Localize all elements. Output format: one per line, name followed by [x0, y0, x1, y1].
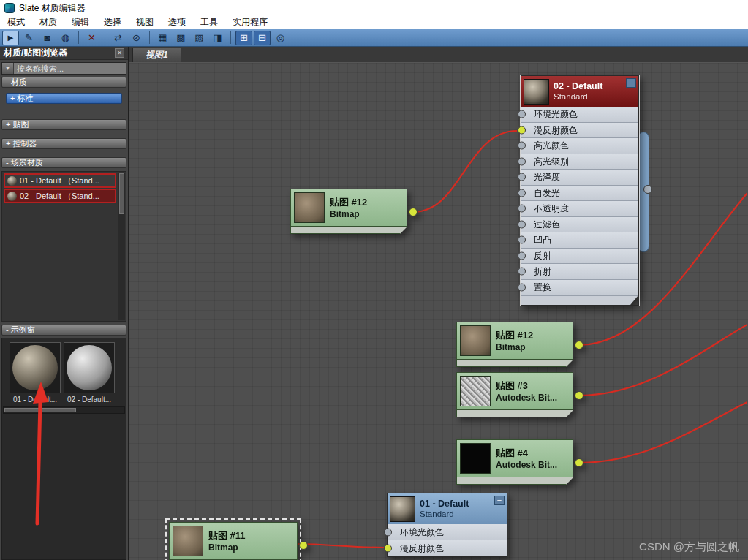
view-tab-1[interactable]: 视图1 — [132, 48, 181, 62]
param-row: 置换 — [521, 280, 638, 296]
put-material-to-scene-button[interactable]: ◙ — [39, 31, 56, 45]
output-socket[interactable] — [575, 341, 583, 349]
section-sample-window[interactable]: - 示例窗 — [1, 325, 126, 336]
input-socket[interactable] — [518, 157, 526, 165]
node-material-02[interactable]: 02 - Default Standard − 环境光颜色 漫反射颜色 高光颜色… — [521, 75, 639, 306]
menu-tools[interactable]: 工具 — [193, 16, 225, 29]
section-maps[interactable]: + 贴图 — [1, 119, 126, 130]
node-footer — [456, 410, 573, 417]
hide-unused-nodeslots-button[interactable]: ⊘ — [128, 31, 145, 45]
mat02-output-socket[interactable] — [643, 185, 652, 194]
input-socket[interactable] — [518, 110, 526, 118]
node-subtitle: Standard — [554, 92, 602, 102]
param-row: 高光颜色 — [521, 138, 638, 154]
input-socket[interactable] — [518, 236, 526, 244]
output-socket[interactable] — [409, 208, 418, 216]
bitmap-thumbnail — [460, 376, 491, 406]
input-socket[interactable] — [518, 173, 526, 181]
section-materials[interactable]: - 材质 — [1, 77, 126, 88]
input-socket[interactable] — [384, 528, 392, 536]
sample-window-scrollbar[interactable] — [3, 406, 125, 414]
window-title: Slate 材质编辑器 — [19, 2, 86, 15]
node-bitmap-12-lower[interactable]: 贴图 #12 Bitmap — [456, 322, 573, 367]
layout-all-vertical-button[interactable]: ⊞ — [235, 31, 252, 45]
node-body[interactable]: 贴图 #12 Bitmap — [456, 322, 573, 360]
sample-slot-01[interactable] — [10, 342, 61, 393]
node-body[interactable]: 贴图 #11 Bitmap — [169, 522, 298, 560]
show-end-result-button[interactable]: ◨ — [209, 31, 226, 45]
node-body[interactable]: 贴图 #12 Bitmap — [290, 189, 407, 227]
search-input[interactable] — [14, 63, 126, 74]
move-children-button[interactable]: ⇄ — [110, 31, 126, 45]
wire-map12a-to-mat02-diffuse[interactable] — [413, 131, 517, 212]
delete-selected-button[interactable]: ✕ — [83, 31, 100, 45]
menubar: 模式 材质 编辑 选择 视图 选项 工具 实用程序 — [0, 16, 748, 29]
wire-map11-to-mat01-diffuse[interactable] — [296, 544, 384, 548]
menu-utilities[interactable]: 实用程序 — [225, 16, 275, 29]
input-socket[interactable] — [518, 126, 526, 134]
scene-list-scrollbar[interactable] — [118, 173, 125, 320]
param-row: 自发光 — [521, 186, 638, 202]
input-socket[interactable] — [518, 268, 526, 276]
node-bitmap-3[interactable]: 贴图 #3 Autodesk Bit... — [456, 372, 573, 417]
input-socket[interactable] — [518, 189, 526, 197]
watermark: CSDN @方与圆之帆 — [639, 540, 739, 554]
node-footer — [456, 360, 573, 367]
menu-edit[interactable]: 编辑 — [64, 16, 97, 29]
layout-children-button[interactable]: ⊟ — [254, 31, 271, 45]
menu-options[interactable]: 选项 — [161, 16, 193, 29]
node-material-01[interactable]: 01 - Default Standard − 环境光颜色 漫反射颜色 — [387, 493, 507, 557]
input-socket[interactable] — [384, 544, 392, 552]
node-title: 贴图 #3 — [496, 379, 557, 393]
input-socket[interactable] — [518, 283, 526, 291]
output-socket[interactable] — [299, 541, 308, 550]
menu-material[interactable]: 材质 — [32, 16, 64, 29]
node-footer — [521, 295, 638, 305]
wire-map3-out[interactable] — [579, 325, 747, 396]
node-body[interactable]: 贴图 #4 Autodesk Bit... — [456, 439, 573, 477]
menu-view[interactable]: 视图 — [129, 16, 161, 29]
menu-mode[interactable]: 模式 — [0, 16, 32, 29]
node-bitmap-11[interactable]: 贴图 #11 Bitmap — [169, 522, 298, 560]
node-header[interactable]: 01 - Default Standard − — [388, 493, 507, 524]
input-socket[interactable] — [518, 251, 526, 260]
node-body[interactable]: 贴图 #3 Autodesk Bit... — [456, 372, 573, 410]
scene-material-item-01[interactable]: 01 - Default （Stand... — [4, 173, 116, 188]
show-shaded-material-button[interactable]: ▦ — [154, 31, 171, 45]
output-socket[interactable] — [575, 458, 583, 467]
menu-select[interactable]: 选择 — [97, 16, 129, 29]
material-type-standard[interactable]: + 标准 — [6, 93, 122, 104]
param-row: 反射 — [521, 249, 638, 265]
section-scene-materials[interactable]: - 场景材质 — [1, 157, 126, 168]
param-row: 漫反射颜色 — [388, 540, 507, 556]
scrollbar-thumb[interactable] — [4, 408, 76, 412]
output-socket[interactable] — [575, 391, 583, 400]
scrollbar-thumb[interactable] — [119, 173, 124, 214]
minimize-button[interactable]: − — [626, 78, 636, 88]
param-row: 漫反射颜色 — [521, 123, 638, 139]
zoom-to-selection-button[interactable]: ◎ — [272, 31, 289, 45]
sample-slot-02[interactable] — [64, 342, 115, 393]
node-header[interactable]: 02 - Default Standard − — [521, 76, 638, 107]
close-panel-button[interactable]: ✕ — [115, 48, 124, 58]
section-controllers[interactable]: + 控制器 — [1, 138, 126, 149]
minimize-button[interactable]: − — [494, 496, 505, 505]
node-title: 贴图 #4 — [496, 447, 557, 460]
wire-map4-out[interactable] — [579, 402, 747, 463]
input-socket[interactable] — [518, 142, 526, 150]
assign-material-button[interactable]: ◍ — [57, 31, 74, 45]
scene-material-item-02[interactable]: 02 - Default （Stand... — [4, 189, 116, 203]
node-bitmap-12-upper[interactable]: 贴图 #12 Bitmap — [290, 189, 407, 234]
node-editor-viewport[interactable]: 02 - Default Standard − 环境光颜色 漫反射颜色 高光颜色… — [129, 63, 748, 560]
node-title: 02 - Default — [554, 81, 602, 92]
mat02-output-strip[interactable] — [638, 132, 649, 252]
input-socket[interactable] — [518, 220, 526, 228]
input-socket[interactable] — [518, 205, 526, 213]
pick-material-eyedropper-button[interactable]: ✎ — [20, 31, 37, 45]
show-background-button[interactable]: ▨ — [191, 31, 208, 45]
select-tool-button[interactable]: ► — [2, 31, 19, 45]
node-subtitle: Autodesk Bit... — [496, 460, 557, 470]
node-bitmap-4[interactable]: 贴图 #4 Autodesk Bit... — [456, 439, 573, 485]
search-options-dropdown[interactable]: ▼ — [2, 63, 14, 74]
show-map-in-viewport-button[interactable]: ▩ — [173, 31, 189, 45]
